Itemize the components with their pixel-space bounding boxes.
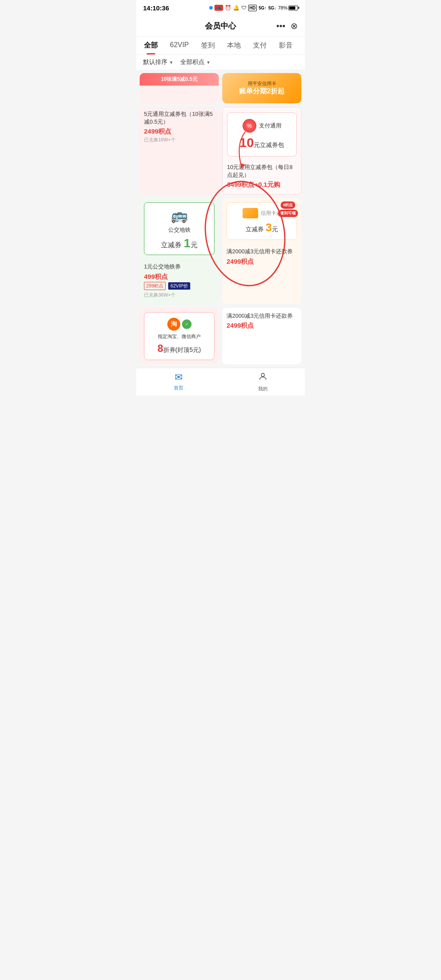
tab-life[interactable]: 生 [299,37,305,54]
points-filter-arrow-icon: ▼ [206,60,211,65]
bus-card-points: 499积点 [144,273,214,281]
bottom-card-title: 满2000减3元信用卡还款券 [227,312,293,320]
points-filter-button[interactable]: 全部积点 ▼ [180,58,211,66]
taobao-discount: 8折券(封顶5元) [157,342,201,354]
signal-5g2-icon: 5G↓ [268,6,276,10]
bus-icon: 🚌 [171,207,188,223]
checkin-text-badge: 签到可领 [278,210,298,217]
bell-icon: 🔔 [233,5,240,11]
close-button[interactable]: ⊗ [291,21,298,31]
bus-card-sub: 已兑换36W+个 [144,292,214,298]
taobao-discount-number: 8 [157,342,163,354]
payment-universal-label: 支付通用 [259,122,281,130]
status-bar: 14:10:36 📺 ⏰ 🔔 🛡 HD 5G↑ 5G↓ 78% [136,0,305,16]
credit-amount-number: 3 [265,221,272,234]
bus-card-title: 1元公交地铁券 [144,263,214,271]
tab-local[interactable]: 本地 [221,37,247,54]
alarm-icon: ⏰ [225,5,231,11]
partial-right-card[interactable]: 用平安信用卡 账单分期2折起 [222,73,301,103]
bottom-card-points: 2499积点 [227,322,293,330]
credit-amount: 立减券 3元 [246,221,278,234]
ping-an-subtitle: 账单分期2折起 [239,87,284,96]
taobao-icon: 淘 [167,318,180,331]
sort-filter-label: 默认排序 [143,58,167,66]
bus-coupon-inner: 🚌 公交地铁 立减券 1元 [144,202,214,255]
credit-card-icon [243,208,258,218]
payment-inner: % 支付通用 10元立减券包 [227,112,297,156]
hd-icon: HD [248,5,257,11]
nav-mine[interactable]: 我的 [220,368,305,396]
more-button[interactable]: ••• [276,21,285,31]
coupon-pack-title: 5元通用立减券包（10张满5减0.5元） [144,110,214,126]
signal-5g-icon: 5G↑ [259,6,266,10]
ping-an-title: 用平安信用卡 [239,80,284,87]
taobao-inner: 淘 ✓ 指定淘宝、微信商户 8折券(封顶5元) [144,312,214,360]
app-badge-icon: 📺 [214,5,223,11]
bus-badge-points: 299积点 [144,282,166,290]
credit-card-body: 满2000减3元信用卡还款券 2499积点 [222,244,301,271]
svg-point-2 [261,373,264,377]
bus-card-body: 1元公交地铁券 499积点 299积点 62VIP价 已兑换36W+个 [140,259,219,304]
battery-fill [289,6,295,10]
status-icons: 📺 ⏰ 🔔 🛡 HD 5G↑ 5G↓ 78% [209,5,298,11]
nav-home-label: 首页 [174,385,183,391]
partial-banner: 10张满5减0.5元 [140,73,219,86]
home-envelope-icon: ✉ [175,372,182,383]
status-time: 14:10:36 [143,4,169,12]
filter-row: 默认排序 ▼ 全部积点 ▼ [136,55,305,70]
bus-badge-row: 299积点 62VIP价 [144,282,214,290]
page-title: 会员中心 [205,21,236,31]
partial-top-row: 10张满5减0.5元 用平安信用卡 账单分期2折起 [136,73,305,107]
coupon-pack-body: 5元通用立减券包（10张满5减0.5元） 2499积点 已兑换18W+个 [140,107,219,149]
payment-universal-card[interactable]: % 支付通用 10元立减券包 10元通用立减券包（每日8点起兑） 3499积点+… [222,107,301,195]
credit-card-card[interactable]: 6积点 签到可领 信用卡还 立减券 3元 满2000减3元信用卡还款券 2499… [222,198,301,304]
shield-icon: 🛡 [241,5,246,11]
checkin-badge: 6积点 签到可领 [278,201,298,217]
payment-amount-big: 10 [240,135,254,150]
bus-label: 公交地铁 [168,226,191,234]
category-tabs: 全部 62VIP 签到 本地 支付 影音 生 [136,37,305,55]
battery-indicator: 78% [278,5,298,10]
page-header: 会员中心 ••• ⊗ [136,16,305,37]
tab-payment[interactable]: 支付 [247,37,273,54]
payment-card-title: 10元通用立减券包（每日8点起兑） [227,163,297,179]
tab-62vip[interactable]: 62VIP [164,37,195,54]
payment-amount: 10元立减券包 [240,135,284,150]
coupon-pack-card[interactable]: 5元通用立减券包（10张满5减0.5元） 2499积点 已兑换18W+个 [140,107,219,195]
bus-amount-number: 1 [184,236,191,250]
nav-mine-label: 我的 [258,386,268,392]
tab-entertainment[interactable]: 影音 [273,37,299,54]
checkin-points-badge: 6积点 [281,201,295,209]
tab-all[interactable]: 全部 [138,37,164,54]
taobao-card[interactable]: 淘 ✓ 指定淘宝、微信商户 8折券(封顶5元) [140,308,219,364]
partial-right-image: 用平安信用卡 账单分期2折起 [222,73,301,103]
credit-card-title: 满2000减3元信用卡还款券 [227,248,297,255]
network-dot-icon [209,6,213,10]
bottom-nav: ✉ 首页 我的 [136,368,305,396]
payment-card-body: 10元通用立减券包（每日8点起兑） 3499积点+0.1元购 [223,162,301,194]
partial-left-card[interactable]: 10张满5减0.5元 [140,73,219,103]
person-icon [258,372,268,384]
cards-grid: 5元通用立减券包（10张满5减0.5元） 2499积点 已兑换18W+个 % 支… [136,107,305,368]
taobao-icon-row: 淘 ✓ [167,318,192,331]
wechat-icon: ✓ [182,319,192,329]
coupon-pack-points: 2499积点 [144,128,214,136]
bottom-placeholder-card[interactable]: 满2000减3元信用卡还款券 2499积点 [222,308,301,364]
bus-coupon-amount: 立减券 1元 [161,236,197,250]
payment-percent-icon: % [243,119,256,133]
battery-bar-icon [288,6,298,10]
sort-filter-arrow-icon: ▼ [169,60,173,65]
header-actions: ••• ⊗ [276,21,298,31]
bus-card[interactable]: 🚌 公交地铁 立减券 1元 1元公交地铁券 499积点 299积点 62VIP价… [140,198,219,304]
payment-card-points: 3499积点+0.1元购 [227,181,297,189]
tab-checkin[interactable]: 签到 [195,37,221,54]
bottom-card-body: 满2000减3元信用卡还款券 2499积点 [227,312,293,331]
credit-card-points: 2499积点 [227,258,297,266]
sort-filter-button[interactable]: 默认排序 ▼ [143,58,173,66]
payment-icon-row: % 支付通用 [243,119,281,133]
taobao-desc: 指定淘宝、微信商户 [158,333,201,340]
bus-badge-vip: 62VIP价 [168,282,190,290]
coupon-pack-sub: 已兑换18W+个 [144,137,214,143]
nav-home[interactable]: ✉ 首页 [136,368,220,396]
content-area: 10张满5减0.5元 用平安信用卡 账单分期2折起 5元通用立减券包（10张满5… [136,73,305,368]
